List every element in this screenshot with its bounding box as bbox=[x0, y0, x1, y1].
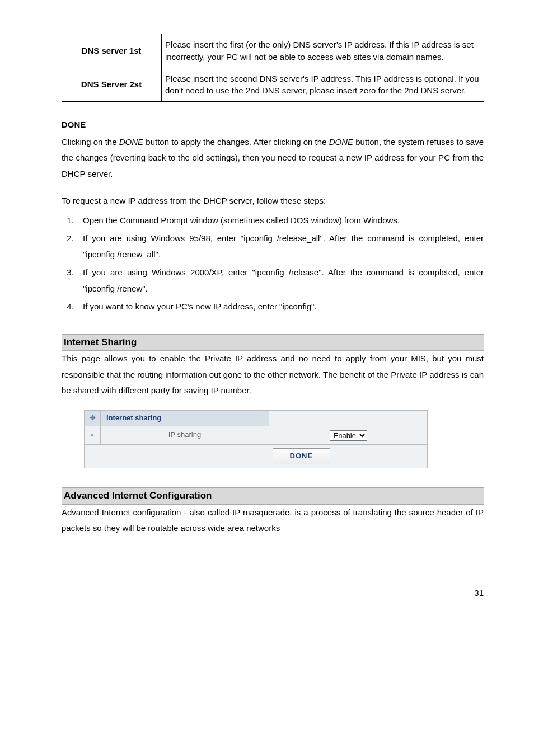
compass-icon: ✥ bbox=[85, 410, 101, 426]
internet-sharing-paragraph: This page allows you to enable the Priva… bbox=[62, 351, 484, 399]
ui-header-spacer bbox=[269, 410, 428, 426]
advanced-paragraph: Advanced Internet configuration - also c… bbox=[62, 505, 484, 537]
step-item: If you are using Windows 2000/XP, enter … bbox=[76, 265, 484, 297]
ui-footer-right: DONE bbox=[269, 445, 428, 468]
dns2-label: DNS Server 2st bbox=[62, 68, 162, 102]
dns1-desc: Please insert the first (or the only) DN… bbox=[162, 34, 484, 68]
done-heading: DONE bbox=[62, 119, 484, 131]
arrow-icon: ▸ bbox=[85, 426, 101, 444]
steps-intro: To request a new IP address from the DHC… bbox=[62, 193, 484, 209]
ip-sharing-select[interactable]: Enable bbox=[330, 430, 367, 441]
done-paragraph: Clicking on the DONE button to apply the… bbox=[62, 134, 484, 182]
dns-table: DNS server 1st Please insert the first (… bbox=[62, 34, 484, 102]
dns2-desc: Please insert the second DNS server's IP… bbox=[162, 68, 484, 102]
internet-sharing-ui: ✥ Internet sharing ▸ IP sharing Enable D… bbox=[84, 410, 428, 468]
advanced-heading: Advanced Internet Configuration bbox=[62, 487, 484, 505]
done-button[interactable]: DONE bbox=[273, 448, 331, 464]
step-item: If you want to know your PC's new IP add… bbox=[76, 299, 484, 315]
steps-list: Open the Command Prompt window (sometime… bbox=[62, 213, 484, 315]
ui-row-value: Enable bbox=[269, 426, 428, 444]
dns1-label: DNS server 1st bbox=[62, 34, 162, 68]
ui-header-label: Internet sharing bbox=[101, 410, 269, 426]
ui-row-label: IP sharing bbox=[101, 426, 269, 444]
step-item: Open the Command Prompt window (sometime… bbox=[76, 213, 484, 229]
step-item: If you are using Windows 95/98, enter "i… bbox=[76, 231, 484, 262]
page-number: 31 bbox=[62, 587, 484, 599]
internet-sharing-heading: Internet Sharing bbox=[62, 334, 484, 351]
ui-footer-left bbox=[85, 445, 269, 468]
